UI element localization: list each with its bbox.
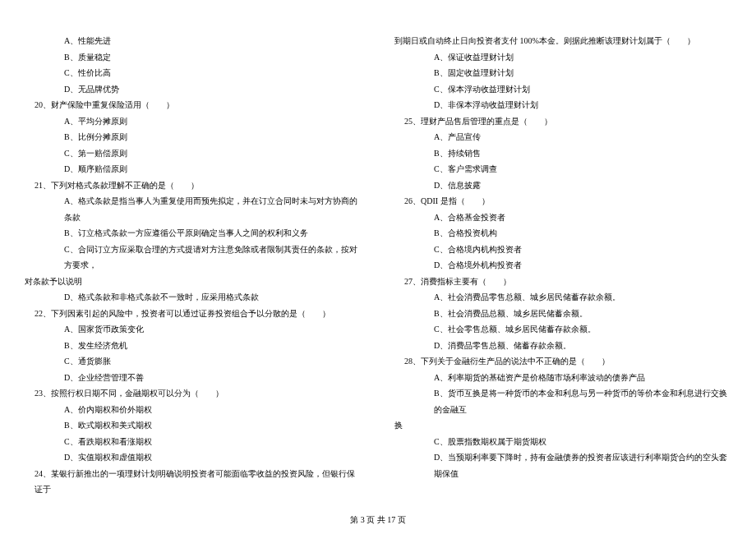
right-column: 到期日或自动终止日向投资者支付 100%本金。则据此推断该理财计划属于（ ） A… — [394, 33, 731, 498]
q24-opt-b: B、固定收益理财计划 — [394, 65, 731, 81]
q26-opt-a: A、合格基金投资者 — [394, 209, 731, 226]
q27-opt-a: A、社会消费品零售总额、城乡居民储蓄存款余额。 — [394, 289, 731, 306]
q22-opt-d: D、企业经营管理不善 — [25, 370, 362, 386]
q23-opt-c: C、看跌期权和看涨期权 — [25, 434, 362, 450]
q23-opt-b: B、欧式期权和美式期权 — [25, 417, 362, 434]
q25-opt-c: C、客户需求调查 — [394, 161, 731, 177]
q22-stem: 22、下列因素引起的风险中，投资者可以通过证券投资组合予以分散的是（ ） — [25, 306, 362, 322]
q23-stem: 23、按照行权日期不同，金融期权可以分为（ ） — [25, 385, 362, 402]
q24-opt-d: D、非保本浮动收益理财计划 — [394, 97, 731, 113]
q23-opt-d: D、实值期权和虚值期权 — [25, 449, 362, 466]
q24-opt-c: C、保本浮动收益理财计划 — [394, 81, 731, 98]
q22-opt-a: A、国家货币政策变化 — [25, 321, 362, 338]
q20-opt-a: A、平均分摊原则 — [25, 113, 362, 130]
q19-opt-c: C、性价比高 — [25, 65, 362, 81]
q21-opt-a: A、格式条款是指当事人为重复使用而预先拟定，并在订立合同时未与对方协商的条款 — [25, 193, 362, 225]
q27-opt-c: C、社会零售总额、城乡居民储蓄存款余额。 — [394, 321, 731, 338]
q26-opt-b: B、合格投资机构 — [394, 225, 731, 242]
q20-stem: 20、财产保险中重复保险适用（ ） — [25, 97, 362, 113]
q19-opt-a: A、性能先进 — [25, 33, 362, 49]
q25-opt-d: D、信息披露 — [394, 177, 731, 194]
q23-opt-a: A、价内期权和价外期权 — [25, 402, 362, 418]
q27-opt-d: D、消费品零售总额、储蓄存款余额。 — [394, 338, 731, 354]
q26-opt-c: C、合格境内机构投资者 — [394, 242, 731, 258]
page-footer: 第 3 页 共 17 页 — [0, 514, 756, 526]
q24-opt-a: A、保证收益理财计划 — [394, 49, 731, 66]
q28-opt-c: C、股票指数期权属于期货期权 — [394, 434, 731, 450]
q25-stem: 25、理财产品售后管理的重点是（ ） — [394, 113, 731, 130]
q19-opt-d: D、无品牌优势 — [25, 81, 362, 98]
q22-opt-b: B、发生经济危机 — [25, 338, 362, 354]
q20-opt-c: C、第一赔偿原则 — [25, 145, 362, 162]
q21-opt-b: B、订立格式条款一方应遵循公平原则确定当事人之间的权利和义务 — [25, 225, 362, 242]
q24-continuation: 到期日或自动终止日向投资者支付 100%本金。则据此推断该理财计划属于（ ） — [394, 33, 731, 49]
q26-opt-d: D、合格境外机构投资者 — [394, 257, 731, 274]
q25-opt-a: A、产品宣传 — [394, 129, 731, 145]
q21-opt-c-line1: C、合同订立方应采取合理的方式提请对方注意免除或者限制其责任的条款，按对方要求， — [25, 242, 362, 274]
q28-stem: 28、下列关于金融衍生产品的说法中不正确的是（ ） — [394, 353, 731, 370]
q22-opt-c: C、通货膨胀 — [25, 353, 362, 370]
q19-opt-b: B、质量稳定 — [25, 49, 362, 66]
q28-opt-a: A、利率期货的基础资产是价格随市场利率波动的债券产品 — [394, 370, 731, 386]
q27-stem: 27、消费指标主要有（ ） — [394, 274, 731, 290]
q28-opt-d: D、当预期利率要下降时，持有金融债券的投资者应该进行利率期货合约的空头套期保值 — [394, 449, 731, 481]
q21-opt-c-line2: 对条款予以说明 — [25, 274, 362, 290]
q21-stem: 21、下列对格式条款理解不正确的是（ ） — [25, 177, 362, 194]
q27-opt-b: B、社会消费品总额、城乡居民储蓄余额。 — [394, 306, 731, 322]
q21-opt-d: D、格式条款和非格式条款不一致时，应采用格式条款 — [25, 289, 362, 306]
q24-stem: 24、某银行新推出的一项理财计划明确说明投资者可能面临零收益的投资风险，但银行保… — [25, 466, 362, 498]
q28-opt-b-line2: 换 — [394, 417, 731, 434]
q20-opt-b: B、比例分摊原则 — [25, 129, 362, 145]
q20-opt-d: D、顺序赔偿原则 — [25, 161, 362, 177]
q25-opt-b: B、持续销售 — [394, 145, 731, 162]
q26-stem: 26、QDII 是指（ ） — [394, 193, 731, 209]
left-column: A、性能先进 B、质量稳定 C、性价比高 D、无品牌优势 20、财产保险中重复保… — [25, 33, 362, 498]
q28-opt-b-line1: B、货币互换是将一种货币的本金和利息与另一种货币的等价本金和利息进行交换的金融互 — [394, 385, 731, 417]
